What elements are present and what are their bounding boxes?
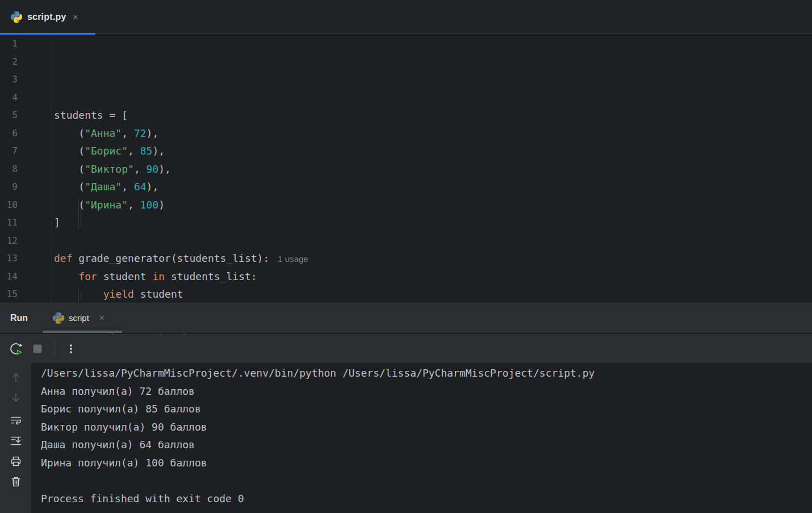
code-line[interactable]: ("Борис", 85), (54, 142, 812, 160)
clear-all-icon[interactable] (9, 475, 23, 489)
code-line[interactable]: def grade_generator(students_list):1 usa… (54, 249, 812, 268)
stop-button[interactable] (30, 341, 45, 357)
rerun-icon (9, 341, 23, 356)
line-number[interactable]: 9 (0, 178, 18, 196)
scroll-to-end-icon[interactable] (9, 434, 23, 448)
code-editor[interactable]: 123456789101112131415 students = [ ("Анн… (0, 35, 812, 303)
line-number[interactable]: 6 (0, 124, 18, 143)
line-number[interactable]: 13 (0, 249, 18, 268)
code-line[interactable]: yield student (54, 285, 812, 303)
run-toolbar (0, 334, 812, 363)
line-number[interactable]: 2 (0, 53, 18, 71)
line-number[interactable]: 3 (0, 70, 18, 89)
console-line (41, 472, 812, 490)
run-tab-label: script (69, 313, 89, 323)
close-icon[interactable]: ✕ (73, 14, 79, 21)
line-number[interactable]: 1 (0, 35, 18, 53)
line-number[interactable]: 10 (0, 196, 18, 214)
code-line[interactable]: ] (54, 214, 812, 232)
line-number[interactable]: 5 (0, 106, 18, 124)
code-lines[interactable]: students = [ ("Анна", 72), ("Борис", 85)… (52, 35, 812, 303)
code-line[interactable]: students = [ (54, 106, 812, 124)
indent-guide (78, 287, 79, 303)
console-action-stripe (0, 363, 31, 513)
run-tool-window-header: Run script ✕ (0, 303, 812, 333)
down-stack-icon[interactable] (9, 391, 23, 404)
line-number[interactable]: 8 (0, 160, 18, 178)
code-line[interactable]: ("Виктор", 90), (54, 160, 812, 178)
editor-tab-bar: script.py ✕ (0, 0, 812, 34)
code-line[interactable]: ("Даша", 64), (54, 178, 812, 196)
line-number[interactable]: 14 (0, 268, 18, 286)
console-line: Даша получил(а) 64 баллов (41, 436, 812, 454)
selected-run-tab-indicator (43, 331, 122, 333)
console-line: Ирина получил(а) 100 баллов (41, 454, 812, 472)
run-tab-script[interactable]: script ✕ (43, 303, 122, 333)
console-line: Борис получил(а) 85 баллов (41, 400, 812, 418)
console-line: Анна получил(а) 72 баллов (41, 382, 812, 401)
python-file-icon (11, 11, 22, 23)
rerun-button[interactable] (8, 341, 24, 357)
indent-guide (78, 197, 79, 229)
tab-label: script.py (27, 12, 66, 22)
toolbar-separator (55, 341, 55, 356)
line-number[interactable]: 11 (0, 214, 18, 232)
console-output[interactable]: /Users/lissa/PyCharmMiscProject/.venv/bi… (31, 363, 812, 513)
tab-script-py[interactable]: script.py ✕ (0, 0, 95, 34)
more-options-icon (64, 342, 78, 356)
stop-icon (32, 343, 43, 354)
up-stack-icon[interactable] (9, 370, 23, 384)
run-panel-title: Run (10, 303, 28, 333)
print-icon[interactable] (9, 454, 23, 468)
console-line: Process finished with exit code 0 (41, 490, 812, 508)
code-line[interactable] (54, 232, 812, 250)
more-options-button[interactable] (63, 341, 79, 357)
gutter-numbers: 123456789101112131415 (0, 35, 52, 303)
line-number[interactable]: 15 (0, 285, 18, 303)
line-number[interactable]: 12 (0, 232, 18, 250)
usages-inlay-hint[interactable]: 1 usage (278, 254, 308, 264)
code-line[interactable]: for student in students_list: (54, 268, 812, 286)
soft-wrap-icon[interactable] (9, 414, 23, 427)
run-console: /Users/lissa/PyCharmMiscProject/.venv/bi… (0, 363, 812, 513)
code-line[interactable]: ("Ирина", 100) (54, 196, 812, 214)
code-line[interactable]: ("Анна", 72), (54, 124, 812, 143)
console-line: /Users/lissa/PyCharmMiscProject/.venv/bi… (41, 364, 812, 382)
line-number[interactable]: 4 (0, 89, 18, 107)
console-line: Виктор получил(а) 90 баллов (41, 418, 812, 436)
python-run-config-icon (53, 312, 64, 324)
line-number[interactable]: 7 (0, 142, 18, 160)
close-icon[interactable]: ✕ (99, 314, 105, 322)
